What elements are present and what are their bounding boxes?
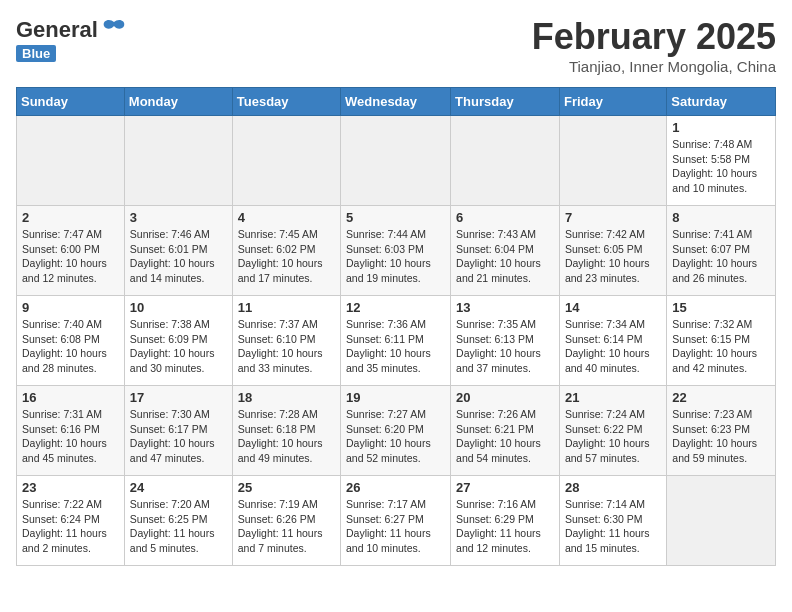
calendar-cell: 1Sunrise: 7:48 AM Sunset: 5:58 PM Daylig…: [667, 116, 776, 206]
day-number: 19: [346, 390, 445, 405]
calendar-cell: 7Sunrise: 7:42 AM Sunset: 6:05 PM Daylig…: [559, 206, 666, 296]
day-number: 23: [22, 480, 119, 495]
day-info: Sunrise: 7:26 AM Sunset: 6:21 PM Dayligh…: [456, 407, 554, 466]
calendar-cell: [17, 116, 125, 206]
calendar-cell: [559, 116, 666, 206]
calendar-cell: 28Sunrise: 7:14 AM Sunset: 6:30 PM Dayli…: [559, 476, 666, 566]
day-number: 26: [346, 480, 445, 495]
week-row-4: 16Sunrise: 7:31 AM Sunset: 6:16 PM Dayli…: [17, 386, 776, 476]
week-row-3: 9Sunrise: 7:40 AM Sunset: 6:08 PM Daylig…: [17, 296, 776, 386]
day-number: 17: [130, 390, 227, 405]
week-row-5: 23Sunrise: 7:22 AM Sunset: 6:24 PM Dayli…: [17, 476, 776, 566]
day-info: Sunrise: 7:34 AM Sunset: 6:14 PM Dayligh…: [565, 317, 661, 376]
day-number: 13: [456, 300, 554, 315]
day-info: Sunrise: 7:48 AM Sunset: 5:58 PM Dayligh…: [672, 137, 770, 196]
week-row-1: 1Sunrise: 7:48 AM Sunset: 5:58 PM Daylig…: [17, 116, 776, 206]
day-info: Sunrise: 7:20 AM Sunset: 6:25 PM Dayligh…: [130, 497, 227, 556]
day-number: 12: [346, 300, 445, 315]
calendar-cell: 23Sunrise: 7:22 AM Sunset: 6:24 PM Dayli…: [17, 476, 125, 566]
calendar-cell: 14Sunrise: 7:34 AM Sunset: 6:14 PM Dayli…: [559, 296, 666, 386]
day-info: Sunrise: 7:31 AM Sunset: 6:16 PM Dayligh…: [22, 407, 119, 466]
day-info: Sunrise: 7:23 AM Sunset: 6:23 PM Dayligh…: [672, 407, 770, 466]
day-header-thursday: Thursday: [451, 88, 560, 116]
logo: General Blue: [16, 16, 128, 62]
calendar-header-row: SundayMondayTuesdayWednesdayThursdayFrid…: [17, 88, 776, 116]
calendar-cell: 25Sunrise: 7:19 AM Sunset: 6:26 PM Dayli…: [232, 476, 340, 566]
week-row-2: 2Sunrise: 7:47 AM Sunset: 6:00 PM Daylig…: [17, 206, 776, 296]
day-number: 20: [456, 390, 554, 405]
day-number: 16: [22, 390, 119, 405]
calendar-cell: 11Sunrise: 7:37 AM Sunset: 6:10 PM Dayli…: [232, 296, 340, 386]
day-info: Sunrise: 7:47 AM Sunset: 6:00 PM Dayligh…: [22, 227, 119, 286]
calendar-cell: 22Sunrise: 7:23 AM Sunset: 6:23 PM Dayli…: [667, 386, 776, 476]
day-info: Sunrise: 7:24 AM Sunset: 6:22 PM Dayligh…: [565, 407, 661, 466]
title-block: February 2025 Tianjiao, Inner Mongolia, …: [532, 16, 776, 75]
day-header-sunday: Sunday: [17, 88, 125, 116]
day-info: Sunrise: 7:19 AM Sunset: 6:26 PM Dayligh…: [238, 497, 335, 556]
calendar-cell: [341, 116, 451, 206]
page-header: General Blue February 2025 Tianjiao, Inn…: [16, 16, 776, 75]
calendar-cell: [232, 116, 340, 206]
day-number: 25: [238, 480, 335, 495]
day-number: 15: [672, 300, 770, 315]
day-number: 28: [565, 480, 661, 495]
calendar-cell: 27Sunrise: 7:16 AM Sunset: 6:29 PM Dayli…: [451, 476, 560, 566]
calendar-cell: 24Sunrise: 7:20 AM Sunset: 6:25 PM Dayli…: [124, 476, 232, 566]
logo-blue-label: Blue: [16, 45, 56, 62]
day-info: Sunrise: 7:35 AM Sunset: 6:13 PM Dayligh…: [456, 317, 554, 376]
day-number: 5: [346, 210, 445, 225]
day-header-tuesday: Tuesday: [232, 88, 340, 116]
logo-general: General: [16, 17, 98, 43]
day-number: 8: [672, 210, 770, 225]
calendar-cell: 17Sunrise: 7:30 AM Sunset: 6:17 PM Dayli…: [124, 386, 232, 476]
day-info: Sunrise: 7:40 AM Sunset: 6:08 PM Dayligh…: [22, 317, 119, 376]
day-info: Sunrise: 7:28 AM Sunset: 6:18 PM Dayligh…: [238, 407, 335, 466]
month-title: February 2025: [532, 16, 776, 58]
day-info: Sunrise: 7:32 AM Sunset: 6:15 PM Dayligh…: [672, 317, 770, 376]
day-info: Sunrise: 7:43 AM Sunset: 6:04 PM Dayligh…: [456, 227, 554, 286]
calendar-cell: 16Sunrise: 7:31 AM Sunset: 6:16 PM Dayli…: [17, 386, 125, 476]
day-header-monday: Monday: [124, 88, 232, 116]
calendar-cell: 13Sunrise: 7:35 AM Sunset: 6:13 PM Dayli…: [451, 296, 560, 386]
day-info: Sunrise: 7:30 AM Sunset: 6:17 PM Dayligh…: [130, 407, 227, 466]
day-number: 14: [565, 300, 661, 315]
day-header-wednesday: Wednesday: [341, 88, 451, 116]
day-info: Sunrise: 7:46 AM Sunset: 6:01 PM Dayligh…: [130, 227, 227, 286]
day-header-saturday: Saturday: [667, 88, 776, 116]
calendar-cell: 18Sunrise: 7:28 AM Sunset: 6:18 PM Dayli…: [232, 386, 340, 476]
calendar-cell: 8Sunrise: 7:41 AM Sunset: 6:07 PM Daylig…: [667, 206, 776, 296]
day-info: Sunrise: 7:14 AM Sunset: 6:30 PM Dayligh…: [565, 497, 661, 556]
calendar-cell: [667, 476, 776, 566]
calendar-cell: [124, 116, 232, 206]
day-number: 9: [22, 300, 119, 315]
calendar-cell: 10Sunrise: 7:38 AM Sunset: 6:09 PM Dayli…: [124, 296, 232, 386]
calendar-table: SundayMondayTuesdayWednesdayThursdayFrid…: [16, 87, 776, 566]
day-info: Sunrise: 7:45 AM Sunset: 6:02 PM Dayligh…: [238, 227, 335, 286]
calendar-cell: 9Sunrise: 7:40 AM Sunset: 6:08 PM Daylig…: [17, 296, 125, 386]
day-info: Sunrise: 7:17 AM Sunset: 6:27 PM Dayligh…: [346, 497, 445, 556]
day-info: Sunrise: 7:16 AM Sunset: 6:29 PM Dayligh…: [456, 497, 554, 556]
calendar-cell: 5Sunrise: 7:44 AM Sunset: 6:03 PM Daylig…: [341, 206, 451, 296]
day-header-friday: Friday: [559, 88, 666, 116]
day-number: 27: [456, 480, 554, 495]
day-number: 6: [456, 210, 554, 225]
day-number: 24: [130, 480, 227, 495]
calendar-cell: 6Sunrise: 7:43 AM Sunset: 6:04 PM Daylig…: [451, 206, 560, 296]
calendar-cell: 21Sunrise: 7:24 AM Sunset: 6:22 PM Dayli…: [559, 386, 666, 476]
day-info: Sunrise: 7:22 AM Sunset: 6:24 PM Dayligh…: [22, 497, 119, 556]
day-number: 7: [565, 210, 661, 225]
calendar-body: 1Sunrise: 7:48 AM Sunset: 5:58 PM Daylig…: [17, 116, 776, 566]
day-number: 4: [238, 210, 335, 225]
calendar-cell: 15Sunrise: 7:32 AM Sunset: 6:15 PM Dayli…: [667, 296, 776, 386]
calendar-cell: 19Sunrise: 7:27 AM Sunset: 6:20 PM Dayli…: [341, 386, 451, 476]
day-info: Sunrise: 7:37 AM Sunset: 6:10 PM Dayligh…: [238, 317, 335, 376]
day-info: Sunrise: 7:41 AM Sunset: 6:07 PM Dayligh…: [672, 227, 770, 286]
day-info: Sunrise: 7:36 AM Sunset: 6:11 PM Dayligh…: [346, 317, 445, 376]
day-number: 21: [565, 390, 661, 405]
calendar-cell: 3Sunrise: 7:46 AM Sunset: 6:01 PM Daylig…: [124, 206, 232, 296]
day-info: Sunrise: 7:44 AM Sunset: 6:03 PM Dayligh…: [346, 227, 445, 286]
location: Tianjiao, Inner Mongolia, China: [532, 58, 776, 75]
day-number: 11: [238, 300, 335, 315]
day-number: 2: [22, 210, 119, 225]
day-info: Sunrise: 7:42 AM Sunset: 6:05 PM Dayligh…: [565, 227, 661, 286]
